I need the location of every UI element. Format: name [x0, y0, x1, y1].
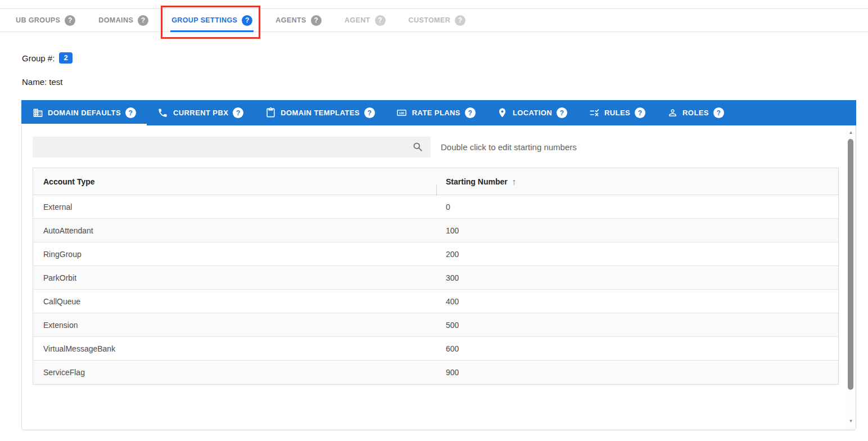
tab-rules[interactable]: RULES ?: [578, 100, 656, 125]
tab-ub-groups[interactable]: UB GROUPS ?: [13, 9, 78, 32]
tab-label: RULES: [604, 109, 630, 117]
help-icon[interactable]: ?: [125, 107, 136, 118]
cell-account-type: ParkOrbit: [33, 273, 436, 282]
search-icon[interactable]: [412, 141, 424, 153]
tab-group-settings[interactable]: GROUP SETTINGS ?: [169, 9, 255, 32]
cell-account-type: VirtualMessageBank: [33, 344, 436, 353]
tab-domain-templates[interactable]: DOMAIN TEMPLATES ?: [254, 100, 386, 125]
scroll-down-icon[interactable]: ▼: [846, 418, 856, 424]
table-row[interactable]: Extension 500: [33, 313, 838, 337]
table-row[interactable]: RingGroup 200: [33, 242, 838, 266]
cell-starting-number: 200: [436, 250, 838, 259]
tab-label: CURRENT PBX: [173, 109, 228, 117]
help-icon[interactable]: ?: [713, 107, 724, 118]
tab-rate-plans[interactable]: 100 RATE PLANS ?: [386, 100, 486, 125]
table-header: Account Type Starting Number ↑: [33, 168, 838, 195]
cell-account-type: CallQueue: [33, 297, 436, 306]
tab-agent[interactable]: AGENT ?: [342, 9, 388, 32]
tab-agents[interactable]: AGENTS ?: [273, 9, 324, 32]
tab-label: LOCATION: [513, 109, 552, 117]
edit-hint-text: Double click to edit starting numbers: [441, 142, 577, 152]
sort-asc-icon[interactable]: ↑: [512, 177, 517, 186]
group-number-badge: 2: [59, 52, 72, 64]
column-header-starting-number[interactable]: Starting Number ↑: [436, 177, 838, 186]
search-input[interactable]: [33, 137, 431, 158]
person-icon: [667, 107, 678, 119]
help-icon[interactable]: ?: [364, 107, 375, 118]
scrollbar-thumb[interactable]: [848, 139, 853, 390]
help-icon[interactable]: ?: [465, 107, 476, 118]
table-row[interactable]: External 0: [33, 195, 838, 219]
help-icon[interactable]: ?: [233, 107, 243, 118]
cell-starting-number: 400: [436, 297, 838, 306]
tab-label: AGENT: [345, 16, 370, 24]
checklist-icon: [589, 107, 600, 119]
svg-text:100: 100: [399, 111, 405, 115]
map-pin-icon: [497, 107, 508, 119]
group-number-line: Group #: 2: [22, 52, 73, 64]
cell-account-type: Extension: [33, 321, 436, 330]
help-icon[interactable]: ?: [65, 15, 75, 26]
cell-starting-number: 500: [436, 321, 838, 330]
clipboard-icon: [265, 107, 276, 119]
cell-starting-number: 600: [436, 344, 838, 353]
table-row[interactable]: ServiceFlag 900: [33, 361, 838, 384]
top-nav: UB GROUPS ? DOMAINS ? GROUP SETTINGS ? A…: [0, 8, 868, 32]
column-header-account-type[interactable]: Account Type: [33, 177, 436, 186]
tab-label: DOMAIN TEMPLATES: [281, 109, 360, 117]
tab-label: DOMAIN DEFAULTS: [48, 109, 121, 117]
table-row[interactable]: VirtualMessageBank 600: [33, 337, 838, 361]
search-row: Double click to edit starting numbers: [33, 137, 577, 158]
help-icon[interactable]: ?: [138, 15, 148, 26]
help-icon[interactable]: ?: [455, 15, 465, 26]
settings-tab-bar: DOMAIN DEFAULTS ? CURRENT PBX ? DOMAIN T…: [21, 100, 856, 125]
cell-account-type: External: [33, 202, 436, 212]
tab-label: ROLES: [682, 109, 709, 117]
tab-label: DOMAINS: [98, 16, 133, 24]
help-icon[interactable]: ?: [242, 15, 252, 26]
cell-account-type: ServiceFlag: [33, 368, 436, 377]
tab-roles[interactable]: ROLES ?: [656, 100, 735, 125]
banknote-icon: 100: [396, 107, 408, 119]
cell-account-type: AutoAttendant: [33, 226, 436, 235]
tab-domains[interactable]: DOMAINS ?: [96, 9, 151, 32]
table-row[interactable]: ParkOrbit 300: [33, 266, 838, 290]
tab-label: GROUP SETTINGS: [171, 16, 237, 24]
tab-current-pbx[interactable]: CURRENT PBX ?: [147, 100, 254, 125]
cell-starting-number: 100: [436, 226, 838, 235]
tab-label: RATE PLANS: [412, 109, 460, 117]
cell-starting-number: 0: [436, 202, 838, 212]
vertical-scrollbar[interactable]: ▲ ▼: [846, 125, 856, 430]
panel-body: Double click to edit starting numbers Ac…: [21, 125, 856, 430]
phone-icon: [157, 107, 169, 119]
building-icon: [32, 107, 43, 119]
table-row[interactable]: AutoAttendant 100: [33, 219, 838, 242]
tab-label: CUSTOMER: [409, 16, 451, 24]
group-name-line: Name: test: [22, 77, 63, 87]
tab-domain-defaults[interactable]: DOMAIN DEFAULTS ?: [21, 100, 147, 125]
cell-starting-number: 300: [436, 273, 838, 282]
tab-location[interactable]: LOCATION ?: [486, 100, 578, 125]
help-icon[interactable]: ?: [375, 15, 386, 26]
group-name-value: test: [49, 77, 62, 87]
table-row[interactable]: CallQueue 400: [33, 290, 838, 313]
group-settings-panel: DOMAIN DEFAULTS ? CURRENT PBX ? DOMAIN T…: [21, 100, 856, 430]
tab-label: UB GROUPS: [16, 16, 60, 24]
help-icon[interactable]: ?: [557, 107, 567, 118]
cell-starting-number: 900: [436, 368, 838, 377]
cell-account-type: RingGroup: [33, 250, 436, 259]
search-box: [33, 137, 431, 158]
tab-customer[interactable]: CUSTOMER ?: [406, 9, 468, 32]
help-icon[interactable]: ?: [311, 15, 322, 26]
page: UB GROUPS ? DOMAINS ? GROUP SETTINGS ? A…: [0, 0, 868, 441]
group-number-label: Group #:: [22, 53, 55, 63]
help-icon[interactable]: ?: [635, 107, 645, 118]
scroll-up-icon[interactable]: ▲: [846, 130, 856, 136]
tab-label: AGENTS: [275, 16, 306, 24]
group-name-label: Name:: [22, 77, 47, 87]
starting-numbers-table: Account Type Starting Number ↑ External …: [33, 168, 839, 385]
